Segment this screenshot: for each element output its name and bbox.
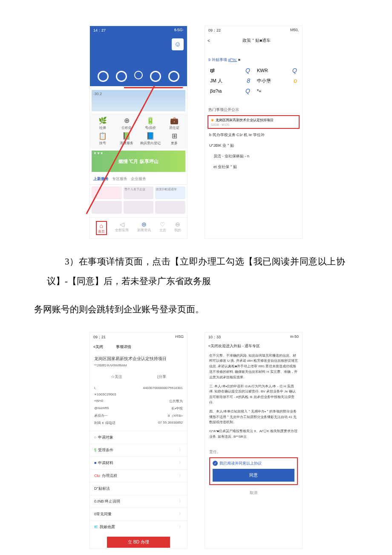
chevron-icon: 〉 (179, 524, 183, 530)
status-right: ₺SG· (174, 28, 184, 33)
card-item[interactable] (155, 201, 185, 214)
bullet-icon: D" (94, 486, 98, 491)
circle-icon[interactable] (98, 71, 109, 82)
category-grid: tβQ KWRQ JM 人8 中小堡o βα?ιaQ *« (205, 65, 302, 96)
avatar-icon[interactable]: ☺ (172, 38, 184, 50)
card-rows: 查个人名下企业 政策扑帖通通车 (90, 185, 187, 217)
grid-item[interactable]: 💼居住证 (163, 116, 185, 130)
item-title-area: 龙岗区国家易新技术企业认定扶持项目 **2fBfff1ΦΛRfiMffMiM (90, 352, 187, 371)
bottom-nav: ⌂首页 ◁全部应用 ⊜新闻资讯 ♡主页 ⊖我的 (90, 217, 187, 238)
status-time: 14：27 (93, 28, 106, 33)
bullet-icon: Cto (94, 474, 100, 478)
badge-icon: ◉ (211, 118, 214, 122)
bullet-icon: IE (94, 525, 98, 529)
list-item[interactable]: ■申调材料〉 (90, 456, 187, 469)
page-header: <关闭 事项详情 (90, 342, 187, 352)
list-item[interactable]: 员活 - 业社保林贴 - n (205, 151, 302, 162)
list-item[interactable]: b 民办学校义务 C1r 机 Ie 学位补 (205, 130, 302, 140)
cat-row[interactable]: βα?ιaQ (210, 87, 250, 94)
list-item[interactable]: 0常见同量〉 (90, 508, 187, 520)
list-item[interactable]: et 业社保＂贴 (205, 162, 302, 172)
registration-icon: 📋 (92, 132, 114, 140)
status-bar: 09：21 HSG (90, 333, 187, 342)
list-item[interactable]: §受理条件〉 (90, 444, 187, 456)
card-item[interactable] (124, 201, 154, 214)
nav-me[interactable]: ⊖我的 (174, 221, 181, 235)
share-button[interactable]: (分享 (157, 374, 166, 380)
cancel-button[interactable]: 取消 (209, 487, 298, 499)
home-icon: ⌂ (98, 222, 105, 229)
status-bar: 10：33 m·50 (205, 333, 302, 342)
cat-row[interactable]: JM 人8 (210, 77, 250, 84)
agree-button[interactable]: 同意 (213, 469, 294, 482)
user-icon: ⊖ (174, 221, 181, 228)
nav-all[interactable]: ◁全部应用 (115, 221, 129, 235)
house-icon: 🔋 (139, 116, 161, 125)
list-item[interactable]: ○申调对象 (90, 431, 187, 444)
nav-news[interactable]: ⊜新闻资讯 (137, 221, 151, 235)
banner-tag: ·30.2 (93, 92, 102, 96)
favorite-button[interactable]: ☆关注 (111, 374, 122, 380)
bullet-icon: ○ (94, 435, 96, 439)
apply-button[interactable]: 立 BD 办理 (107, 537, 170, 548)
card-item[interactable]: 查个人名下企业 (124, 186, 154, 199)
card-item[interactable] (92, 201, 122, 214)
grid-item[interactable]: ⊞更多 (163, 132, 185, 145)
circle-icon[interactable] (168, 71, 179, 82)
app-header: ☺ (90, 35, 187, 54)
section-title: 热门事项公开公示 (205, 103, 302, 114)
circle-icon[interactable] (150, 71, 161, 82)
tab-enterprise[interactable]: 企业服务 (131, 176, 146, 182)
grid-item[interactable]: 🔋号/房价 (139, 116, 161, 130)
circle-icon[interactable] (134, 71, 143, 79)
close-button[interactable]: <关闭 (93, 344, 103, 350)
status-right: m·50 (290, 334, 299, 340)
chevron-icon: 〉 (179, 473, 183, 479)
shebao-icon: 🌿 (92, 116, 114, 125)
circle-icon[interactable] (116, 71, 127, 82)
grid-item[interactable]: 🌿社保 (92, 116, 114, 130)
grid-item[interactable]: 📋挂号 (92, 132, 114, 145)
card-item[interactable]: 政策扑帖通通车 (155, 186, 185, 199)
house-reg-icon: 📘 (139, 132, 161, 140)
back-button[interactable]: < (208, 38, 210, 43)
list-item[interactable]: 0.INB 终止说明〉 (90, 495, 187, 508)
instruction-step-3: 3）在事项详情页面，点击【立即办理工勾选【我已阅读并同意以上协议】-【同意】后，… (0, 247, 392, 295)
page-header: < 政策＂贴■通车 (205, 35, 302, 46)
chevron-icon: 〉 (179, 511, 183, 517)
cat-row[interactable]: tβQ (210, 67, 250, 74)
nav-home[interactable]: ⌂首页 (96, 221, 107, 235)
nav-placeholder (90, 54, 187, 67)
service-grid: 🌿社保 ⊕公积金 🔋号/房价 💼居住证 📋挂号 📗港澳服务 📘购房意向登记 ⊞更… (90, 113, 187, 149)
grid-item[interactable]: ⊕公积金 (115, 116, 138, 130)
annotation-underline (124, 87, 183, 88)
list-item[interactable]: D"贴标法 (90, 482, 187, 495)
promo-banner[interactable]: ▼▼▼ 燃情 ℃月 纵享坪山 (92, 151, 185, 172)
cat-row[interactable]: *« (257, 87, 297, 94)
responsibility-label: 责任。 (209, 449, 298, 455)
cat-row[interactable]: 中小堡o (257, 77, 297, 84)
page-title: 事项详情 (116, 344, 131, 350)
banner[interactable]: ·30.2 (92, 90, 185, 111)
page-header: <关闭欢迎进入外贴 - 通车专区 (205, 342, 302, 351)
agreement-checkbox[interactable]: ✓ 我已阅读并同意以上协议 (213, 461, 294, 466)
list-item[interactable]: Cto办理流程〉 (90, 469, 187, 482)
cat-row[interactable]: KWRQ (257, 67, 297, 74)
grid-item[interactable]: 📗港澳服务 (115, 132, 138, 145)
screenshot-subsidy-list: 09：22 M50, < 政策＂贴■通车 9 补贴事项 gl°%; ■ tβQ … (205, 26, 303, 239)
screenshot-app-home: 14：27 ₺SG· ☺ ·30.2 🌿社保 ⊕公积金 🔋号/房价 💼居住证 📋… (89, 26, 187, 239)
item-title: 龙岗区国家易新技术企业认定扶持项目 (94, 356, 183, 362)
link[interactable]: gl°%; (228, 58, 237, 62)
tab-zone[interactable]: 专区服务 (112, 176, 127, 182)
nav-fav[interactable]: ♡主页 (159, 221, 166, 235)
subsidy-count: 9 补贴事项 gl°%; ■ (205, 55, 302, 65)
grid-item[interactable]: 📘购房意向登记 (139, 132, 161, 145)
screenshot-agreement: 10：33 m·50 <关闭欢迎进入外贴 - 通车专区 在不完整、不准确的风险.… (205, 332, 303, 549)
more-icon: ⊞ (163, 132, 185, 140)
highlighted-item[interactable]: ◉龙岗区国家高新技术企业认定扶持项目 02036 · M170 (208, 115, 300, 129)
tab-new[interactable]: 上新服务 (93, 176, 109, 182)
card-item[interactable] (92, 186, 122, 199)
item-subtitle: **2fBfff1ΦΛRfiMffMiM (94, 363, 183, 367)
list-item[interactable]: U"JBIK 业＂贴 (205, 140, 302, 151)
list-item[interactable]: IE我最他露〉 (90, 520, 187, 533)
